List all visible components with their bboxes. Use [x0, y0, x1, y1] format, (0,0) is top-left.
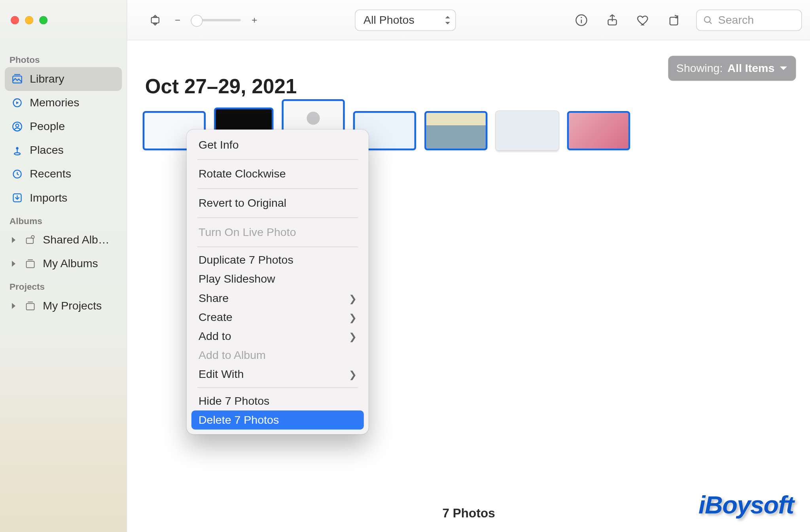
- svg-rect-20: [26, 304, 34, 310]
- svg-point-3: [581, 17, 582, 18]
- watermark: iBoysoft: [698, 490, 793, 519]
- sidebar-item-label: Recents: [30, 168, 71, 181]
- zoom-out-button[interactable]: −: [171, 11, 184, 29]
- sidebar-item-label: Library: [30, 72, 64, 85]
- chevron-right-icon: ❯: [349, 311, 357, 323]
- library-icon: [11, 73, 24, 85]
- sidebar-item-imports[interactable]: Imports: [5, 186, 122, 209]
- ctx-play-slideshow[interactable]: Play Slideshow: [191, 270, 364, 289]
- context-menu: Get Info Rotate Clockwise Revert to Orig…: [187, 130, 369, 434]
- svg-point-14: [14, 153, 20, 155]
- separator: [197, 387, 358, 388]
- shared-album-icon: [24, 234, 37, 246]
- svg-rect-5: [670, 17, 678, 25]
- separator: [197, 159, 358, 160]
- svg-rect-19: [26, 261, 34, 268]
- stepper-icon: [444, 16, 450, 24]
- places-icon: [11, 144, 24, 156]
- chevron-right-icon: [11, 302, 19, 309]
- minimize-window-button[interactable]: [25, 16, 33, 25]
- sidebar-item-recents[interactable]: Recents: [5, 162, 122, 186]
- window-controls: [11, 16, 47, 25]
- view-selector-label: All Photos: [363, 13, 414, 26]
- chevron-right-icon: [11, 236, 19, 243]
- share-icon[interactable]: [604, 11, 621, 29]
- svg-rect-17: [26, 238, 34, 243]
- filter-pill[interactable]: Showing: All Items: [668, 56, 796, 81]
- ctx-hide[interactable]: Hide 7 Photos: [191, 391, 364, 410]
- sidebar-item-label: My Projects: [43, 300, 102, 313]
- avatar-icon: [307, 112, 320, 125]
- app-window: − + All Photos: [0, 0, 810, 532]
- separator: [197, 247, 358, 247]
- svg-point-12: [16, 124, 19, 127]
- ctx-share[interactable]: Share❯: [191, 289, 364, 308]
- search-placeholder: Search: [718, 13, 754, 26]
- svg-point-13: [16, 147, 18, 149]
- sidebar-item-my-projects[interactable]: My Projects: [5, 294, 122, 318]
- filter-value: All Items: [727, 62, 774, 75]
- ctx-delete[interactable]: Delete 7 Photos: [191, 411, 364, 430]
- sidebar-item-label: Places: [30, 144, 64, 157]
- memories-icon: [11, 97, 24, 109]
- photo-thumbnail[interactable]: [567, 111, 630, 150]
- sidebar-item-my-albums[interactable]: My Albums: [5, 252, 122, 275]
- photo-thumbnail[interactable]: [424, 111, 487, 150]
- sidebar-item-label: Shared Alb…: [43, 234, 109, 247]
- sidebar-item-library[interactable]: Library: [5, 67, 122, 91]
- sidebar-section-projects: Projects: [5, 275, 122, 294]
- photo-thumbnail[interactable]: [496, 111, 559, 150]
- fullscreen-window-button[interactable]: [39, 16, 47, 25]
- people-icon: [11, 121, 24, 132]
- ctx-duplicate[interactable]: Duplicate 7 Photos: [191, 251, 364, 270]
- toolbar: − + All Photos: [0, 0, 810, 40]
- sidebar-item-label: Imports: [30, 191, 67, 204]
- sidebar-item-memories[interactable]: Memories: [5, 91, 122, 115]
- sidebar-item-label: People: [30, 120, 65, 133]
- projects-icon: [24, 300, 37, 312]
- sidebar-section-albums: Albums: [5, 210, 122, 228]
- filter-prefix: Showing:: [676, 62, 723, 75]
- zoom-controls: − +: [146, 11, 261, 29]
- zoom-slider[interactable]: [191, 19, 241, 21]
- favorite-icon[interactable]: [634, 11, 652, 29]
- ctx-turn-on-live-photo: Turn On Live Photo: [191, 222, 364, 243]
- titlebar-sidebar-region: [0, 0, 127, 40]
- ctx-rotate-clockwise[interactable]: Rotate Clockwise: [191, 163, 364, 185]
- sidebar-section-photos: Photos: [5, 49, 122, 67]
- sidebar-item-places[interactable]: Places: [5, 138, 122, 162]
- svg-marker-10: [16, 101, 19, 104]
- ctx-revert-to-original[interactable]: Revert to Original: [191, 192, 364, 214]
- separator: [197, 188, 358, 189]
- ctx-create[interactable]: Create❯: [191, 308, 364, 327]
- chevron-right-icon: ❯: [349, 292, 357, 304]
- sidebar-item-shared-albums[interactable]: Shared Alb…: [5, 228, 122, 252]
- chevron-right-icon: ❯: [349, 369, 357, 380]
- search-field[interactable]: Search: [696, 9, 802, 30]
- sidebar: Photos Library Memories People: [0, 40, 127, 532]
- ctx-edit-with[interactable]: Edit With❯: [191, 365, 364, 384]
- sidebar-item-label: Memories: [30, 96, 79, 109]
- search-icon: [703, 15, 713, 25]
- info-icon[interactable]: [572, 11, 590, 29]
- chevron-right-icon: ❯: [349, 330, 357, 342]
- sidebar-item-label: My Albums: [43, 257, 98, 270]
- ctx-get-info[interactable]: Get Info: [191, 134, 364, 156]
- ctx-add-to-album: Add to Album: [191, 346, 364, 365]
- sidebar-item-people[interactable]: People: [5, 115, 122, 138]
- recents-icon: [11, 168, 24, 180]
- svg-rect-0: [151, 17, 159, 23]
- thumbnail-row: Get Info Rotate Clockwise Revert to Orig…: [127, 98, 810, 150]
- imports-icon: [11, 192, 24, 204]
- rotate-icon[interactable]: [665, 11, 683, 29]
- album-icon: [24, 258, 37, 270]
- view-selector-popup[interactable]: All Photos: [355, 9, 456, 30]
- chevron-down-icon: [779, 65, 787, 71]
- zoom-in-button[interactable]: +: [248, 11, 261, 29]
- chevron-right-icon: [11, 260, 19, 267]
- content-area: Showing: All Items Oct 27–29, 2021 Get I…: [127, 40, 810, 532]
- aspect-ratio-icon[interactable]: [146, 11, 164, 29]
- close-window-button[interactable]: [11, 16, 19, 25]
- ctx-add-to[interactable]: Add to❯: [191, 327, 364, 346]
- separator: [197, 217, 358, 218]
